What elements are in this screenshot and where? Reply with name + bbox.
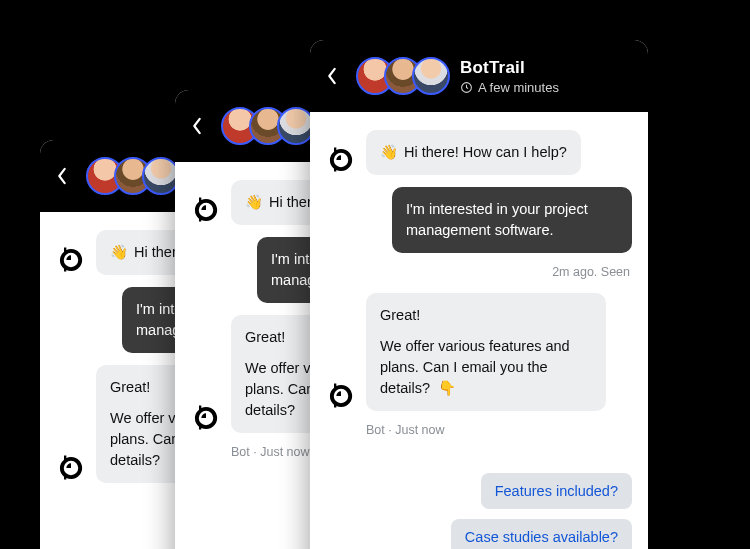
chat-title: BotTrail <box>460 58 559 78</box>
bot-message-text: Hi there! How can I help? <box>404 144 567 160</box>
bot-avatar-icon <box>56 453 86 483</box>
back-icon[interactable] <box>48 162 76 190</box>
bot-message: 👋Hi there! How can I help? <box>366 130 581 175</box>
bot-avatar-icon <box>191 403 221 433</box>
agent-avatars <box>356 57 450 95</box>
user-message: I'm interested in your project managemen… <box>392 187 632 253</box>
quick-reply-chip[interactable]: Case studies available? <box>451 519 632 549</box>
back-icon[interactable] <box>318 62 346 90</box>
bot-message-text: Great! <box>380 305 592 326</box>
chat-header: BotTrail A few minutes <box>310 40 648 112</box>
agent-avatars <box>86 157 180 195</box>
chat-subtitle-text: A few minutes <box>478 80 559 95</box>
message-timestamp: Bot · Just now <box>366 423 630 437</box>
bot-avatar-icon <box>56 245 86 275</box>
avatar <box>412 57 450 95</box>
point-down-emoji-icon: 👇 <box>438 378 456 399</box>
back-icon[interactable] <box>183 112 211 140</box>
quick-reply-chip[interactable]: Features included? <box>481 473 632 509</box>
message-timestamp: 2m ago. Seen <box>326 265 630 279</box>
agent-avatars <box>221 107 315 145</box>
bot-message-text: We offer various features and plans. Can… <box>380 338 570 396</box>
wave-emoji-icon: 👋 <box>380 142 398 163</box>
bot-avatar-icon <box>191 195 221 225</box>
wave-emoji-icon: 👋 <box>110 242 128 263</box>
wave-emoji-icon: 👋 <box>245 192 263 213</box>
bot-avatar-icon <box>326 381 356 411</box>
bot-avatar-icon <box>326 145 356 175</box>
chat-subtitle: A few minutes <box>460 80 559 95</box>
header-title-wrap: BotTrail A few minutes <box>460 58 559 95</box>
bot-message: Great! We offer various features and pla… <box>366 293 606 411</box>
